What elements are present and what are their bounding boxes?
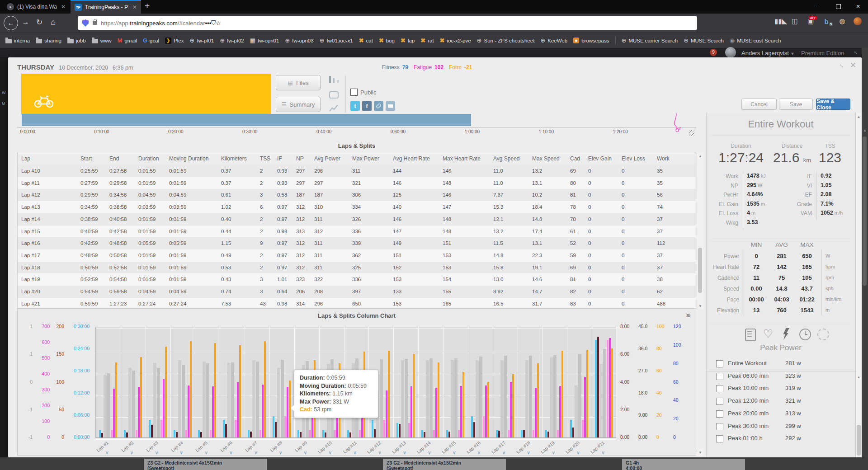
- chart-bar[interactable]: [595, 340, 597, 437]
- heart-icon[interactable]: ♡: [763, 327, 773, 340]
- chart-columns-icon[interactable]: [329, 76, 339, 85]
- chart-bar[interactable]: [252, 360, 255, 437]
- bookmark-rat[interactable]: ✖rat: [420, 38, 434, 44]
- bookmark-bug[interactable]: ✖bug: [379, 38, 395, 44]
- chart-bar[interactable]: [599, 364, 603, 437]
- calendar-event[interactable]: Z3 G2 - Medelintensivt 4x15/2min (Sweets…: [383, 459, 506, 470]
- chart-bar[interactable]: [401, 360, 404, 437]
- chart-bar[interactable]: [535, 388, 537, 437]
- tab-close-icon[interactable]: ✕: [61, 4, 66, 10]
- chart-bar[interactable]: [297, 430, 299, 437]
- sidebar-toggle-icon[interactable]: ◫: [790, 17, 799, 25]
- chart-bar[interactable]: [149, 420, 151, 438]
- bookmark-gmail[interactable]: Mgmail: [118, 38, 137, 44]
- column-header[interactable]: Avg Power: [312, 153, 350, 164]
- chart-bar[interactable]: [111, 430, 113, 437]
- chart-bar[interactable]: [165, 347, 167, 437]
- home-button[interactable]: ⌂: [51, 18, 56, 27]
- chart-bar[interactable]: [462, 372, 464, 437]
- chart-bar[interactable]: [533, 430, 534, 437]
- chart-bar[interactable]: [547, 432, 549, 437]
- chart-bar[interactable]: [214, 343, 216, 437]
- chart-bar[interactable]: [578, 354, 581, 437]
- chart-bar[interactable]: [248, 430, 250, 437]
- chart-bar[interactable]: [529, 356, 532, 437]
- chart-bar[interactable]: [132, 371, 135, 437]
- chart-bar[interactable]: [510, 382, 512, 437]
- chart-bar[interactable]: [471, 416, 473, 437]
- bookmark-jobb[interactable]: jobb: [67, 38, 86, 43]
- close-modal-icon[interactable]: ✕: [850, 61, 856, 70]
- scroll-up-icon[interactable]: ▲: [862, 128, 868, 132]
- chart-bar[interactable]: [281, 360, 284, 437]
- chart-bar[interactable]: [572, 428, 574, 437]
- bookmark-browsepass[interactable]: browsepass: [573, 38, 609, 43]
- chart-bar[interactable]: [586, 350, 588, 437]
- chart-bar[interactable]: [561, 351, 563, 437]
- save-button[interactable]: Save: [779, 99, 813, 110]
- bookmark-keeweb[interactable]: ⊕KeeWeb: [540, 38, 567, 44]
- chart-bar[interactable]: [237, 382, 239, 437]
- chart-bar[interactable]: [607, 340, 609, 437]
- save-close-button[interactable]: Save & Close: [816, 99, 850, 110]
- user-menu[interactable]: Anders Lagerqvist ▼: [741, 50, 794, 56]
- window-close-button[interactable]: ✕: [848, 0, 868, 13]
- chart-bar[interactable]: [206, 363, 209, 437]
- new-tab-button[interactable]: +: [145, 1, 150, 11]
- chart-bar[interactable]: [374, 429, 376, 437]
- chart-bar[interactable]: [231, 362, 234, 437]
- chart-bar[interactable]: [113, 389, 115, 437]
- chart-bar[interactable]: [225, 424, 227, 437]
- table-row[interactable]: Lap #140:38:590:40:580:01:590:01:590.402…: [18, 213, 696, 226]
- chart-bar[interactable]: [485, 385, 487, 437]
- chart-bar[interactable]: [250, 432, 252, 437]
- chart-bar[interactable]: [178, 360, 181, 437]
- chart-bar[interactable]: [426, 360, 429, 437]
- window-minimize-button[interactable]: —: [808, 0, 828, 13]
- chart-bar[interactable]: [176, 432, 178, 437]
- column-header[interactable]: Elev Gain: [586, 153, 620, 164]
- chart-bar[interactable]: [410, 386, 412, 437]
- chart-bar[interactable]: [525, 360, 528, 437]
- chart-bar[interactable]: [372, 420, 373, 438]
- bookmark-lap[interactable]: ✖lap: [401, 38, 415, 44]
- bookmark-muse-search[interactable]: ⊕MUSE Search: [684, 38, 724, 44]
- column-header[interactable]: NP: [294, 153, 312, 164]
- column-header[interactable]: Moving Duration: [167, 153, 219, 164]
- public-checkbox[interactable]: [350, 89, 358, 96]
- circle-icon[interactable]: [817, 329, 829, 340]
- table-scrollbar[interactable]: ▲ ▼: [697, 153, 703, 310]
- chart-bar[interactable]: [500, 360, 504, 437]
- chart-bar[interactable]: [210, 430, 212, 437]
- chart-bar[interactable]: [451, 360, 454, 437]
- column-header[interactable]: End: [108, 153, 137, 164]
- chart-bar[interactable]: [325, 432, 326, 437]
- chart-bar[interactable]: [476, 360, 479, 437]
- chart-bar[interactable]: [275, 422, 277, 437]
- chart-bar[interactable]: [553, 355, 557, 437]
- chart-bar[interactable]: [435, 388, 437, 437]
- chart-bar[interactable]: [399, 424, 401, 437]
- chart-bar[interactable]: [521, 430, 523, 437]
- chart-bar[interactable]: [349, 432, 351, 437]
- chart-bar[interactable]: [151, 425, 153, 437]
- chart-bar[interactable]: [413, 354, 415, 437]
- chart-bar[interactable]: [396, 423, 398, 437]
- chart-bar[interactable]: [277, 368, 280, 437]
- user-avatar[interactable]: [725, 47, 736, 58]
- table-row[interactable]: Lap #200:54:590:59:580:04:590:04:590.743…: [18, 286, 696, 298]
- extension-ghost-icon[interactable]: ◍: [838, 17, 847, 25]
- chart-bar[interactable]: [126, 432, 128, 437]
- column-header[interactable]: Kilometers: [219, 153, 258, 164]
- bookmark-ioc-x2-pve[interactable]: ✖ioc-x2-pve: [440, 38, 471, 44]
- bookmark-cat[interactable]: ✖cat: [359, 38, 373, 44]
- chart-bar[interactable]: [185, 430, 187, 437]
- chart-bar[interactable]: [498, 431, 500, 437]
- column-header[interactable]: Max Heart Rate: [441, 153, 491, 164]
- chart-bar[interactable]: [153, 363, 156, 437]
- sidebar-scrollbar[interactable]: ▲ ▲: [855, 113, 862, 457]
- tab-trainingpeaks[interactable]: TP TrainingPeaks - Plan your traini ✕: [71, 0, 141, 14]
- chart-bar[interactable]: [611, 348, 613, 437]
- bookmark-sharing[interactable]: sharing: [36, 38, 61, 43]
- peak-checkbox[interactable]: [716, 360, 723, 367]
